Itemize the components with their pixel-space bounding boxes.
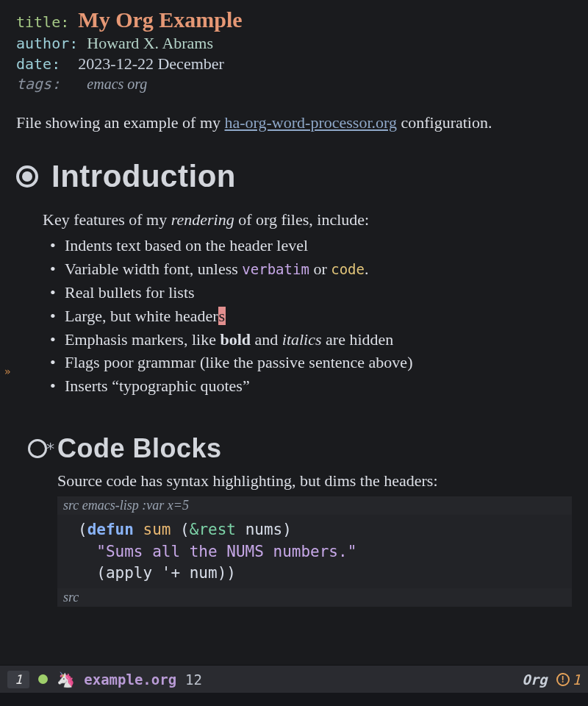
meta-title-key: title [16,13,60,31]
section-body: Key features of my rendering of org file… [43,210,572,398]
meta-author-value: Howard X. Abrams [87,34,213,52]
list-item: Variable width font, unless verbatim or … [43,257,572,281]
src-end-line: src [57,588,572,607]
list-item: Emphasis markers, like bold and italics … [43,328,572,352]
heading-row: Introduction [16,159,572,194]
warning-count: 1 [573,671,581,688]
config-link[interactable]: ha-org-word-processor.org [225,113,397,132]
meta-tags-line: tags: emacs org [16,75,572,93]
line-number: 12 [185,671,202,688]
meta-date-key: date [16,55,51,73]
major-mode[interactable]: Org [522,671,547,688]
list-item: Inserts “typographic quotes” [43,374,572,398]
meta-author-key: author [16,35,69,52]
buffer-area[interactable]: title: My Org Example author: Howard X. … [0,0,588,665]
section-code-blocks: * Code Blocks Source code has syntax hig… [16,433,572,607]
buffer-state-icon [38,674,48,684]
buffer-filename[interactable]: example.org [84,671,176,688]
modeline[interactable]: 1 🦄 example.org 12 Org ! 1 [0,665,588,693]
heading-star: * [46,440,55,458]
heading-introduction: Introduction [51,159,236,194]
meta-date-value: 2023-12-22 December [78,54,224,73]
warning-icon: ! [556,673,570,686]
heading-bullet-icon [28,439,47,458]
heading-code-blocks: Code Blocks [57,433,222,464]
intro-paragraph: File showing an example of my ha-org-wor… [16,113,572,132]
feature-list: Indents text based on the header level V… [43,234,572,398]
flycheck-indicator[interactable]: ! 1 [556,671,581,688]
list-item: Real bullets for lists [43,281,572,304]
meta-title-value: My Org Example [78,7,242,32]
meta-tags-key: tags: [16,75,60,93]
code-text: code [331,261,365,277]
bold-sample: bold [220,330,251,349]
italic-sample: italics [282,330,322,349]
cursor-position: s [218,307,226,325]
list-item: Flags poor grammar (like the passive sen… [43,351,572,374]
src-lead-paragraph: Source code has syntax highlighting, but… [57,471,572,491]
echo-area [0,693,588,706]
editor-frame: title: My Org Example author: Howard X. … [0,0,588,706]
meta-tags-value: emacs org [87,76,147,92]
section-introduction: Introduction Key features of my renderin… [16,159,572,398]
list-item: Large, but white headers [43,304,572,328]
src-begin-line: src emacs-lisp :var x=5 [57,496,572,515]
fringe-indicator-icon: » [4,366,10,377]
features-lead: Key features of my rendering of org file… [43,210,572,229]
src-code[interactable]: (defun sum (&rest nums) "Sums all the NU… [57,515,572,588]
verbatim-text: verbatim [242,261,309,277]
unicorn-icon: 🦄 [57,671,75,688]
heading-row: * Code Blocks [28,433,572,464]
window-number[interactable]: 1 [7,671,29,688]
list-item: Indents text based on the header level [43,234,572,257]
meta-date-line: date: 2023-12-22 December [16,54,572,74]
source-block: src emacs-lisp :var x=5 (defun sum (&res… [57,496,572,607]
heading-bullet-icon [16,165,38,188]
meta-title-line: title: My Org Example [16,7,572,32]
meta-author-line: author: Howard X. Abrams [16,34,572,53]
